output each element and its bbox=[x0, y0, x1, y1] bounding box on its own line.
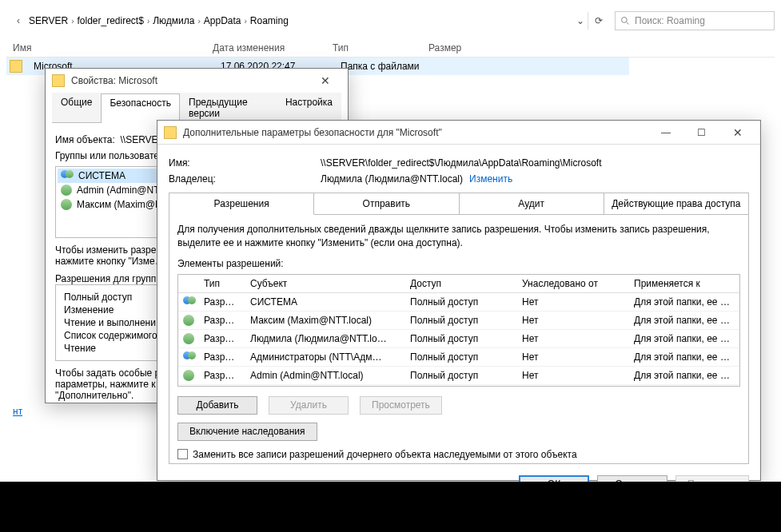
elements-label: Элементы разрешений: bbox=[177, 258, 740, 269]
advanced-tabs: Разрешения Отправить Аудит Действующие п… bbox=[169, 193, 749, 215]
breadcrumb-item[interactable]: Roaming bbox=[250, 15, 289, 26]
advanced-security-dialog: Дополнительные параметры безопасности дл… bbox=[157, 120, 761, 481]
cell: Полный доступ bbox=[405, 367, 517, 384]
table-row[interactable]: Разр…Администраторы (NTT\Адм…Полный дост… bbox=[178, 348, 739, 367]
breadcrumb-item[interactable]: AppData bbox=[204, 15, 241, 26]
cell: СИСТЕМА bbox=[245, 293, 405, 311]
cell: Нет bbox=[517, 293, 629, 311]
view-button[interactable]: Просмотреть bbox=[360, 396, 442, 415]
minimize-icon[interactable]: — bbox=[651, 127, 680, 138]
close-icon[interactable]: ✕ bbox=[309, 74, 341, 87]
replace-checkbox-row[interactable]: Заменить все записи разрешений дочернего… bbox=[177, 449, 740, 460]
cell: Людмила (Людмила@NTT.lo… bbox=[245, 330, 405, 347]
object-name-label: Имя объекта: bbox=[55, 134, 115, 145]
col-date[interactable]: Дата изменения bbox=[206, 40, 326, 57]
refresh-icon[interactable]: ⟳ bbox=[588, 12, 608, 30]
search-placeholder: Поиск: Roaming bbox=[635, 15, 705, 26]
tab-permissions[interactable]: Разрешения bbox=[169, 193, 314, 215]
col-subject[interactable]: Субъект bbox=[245, 275, 405, 292]
table-row[interactable]: Разр…СИСТЕМАПолный доступНетДля этой пап… bbox=[178, 293, 739, 312]
col-name[interactable]: Имя bbox=[6, 40, 206, 57]
col-type[interactable]: Тип bbox=[199, 275, 245, 292]
cell: Для этой папки, ее подпапок … bbox=[629, 293, 739, 311]
group-icon bbox=[178, 293, 199, 311]
tab-effective-access[interactable]: Действующие права доступа bbox=[604, 193, 748, 215]
col-inherited[interactable]: Унаследовано от bbox=[517, 275, 629, 292]
advanced-titlebar[interactable]: Дополнительные параметры безопасности дл… bbox=[157, 121, 760, 145]
properties-title: Свойства: Microsoft bbox=[71, 75, 303, 86]
remove-button[interactable]: Удалить bbox=[269, 396, 349, 415]
group-icon bbox=[178, 348, 199, 366]
cell: Полный доступ bbox=[405, 293, 517, 311]
breadcrumb-item[interactable]: Людмила bbox=[153, 15, 194, 26]
add-button[interactable]: Добавить bbox=[177, 396, 257, 415]
cell: Нет bbox=[517, 312, 629, 329]
tab-audit[interactable]: Аудит bbox=[460, 193, 604, 215]
cell: Разр… bbox=[199, 367, 245, 384]
cell: Администраторы (NTT\Адм… bbox=[245, 348, 405, 366]
breadcrumb[interactable]: ‹ SERVER› folder_redirect$› Людмила› App… bbox=[6, 15, 573, 26]
user-icon bbox=[178, 367, 199, 384]
user-icon bbox=[61, 199, 72, 210]
col-applies[interactable]: Применяется к bbox=[629, 275, 739, 292]
replace-checkbox-label: Заменить все записи разрешений дочернего… bbox=[193, 449, 577, 460]
cell: Максим (Maxim@NTT.local) bbox=[245, 312, 405, 329]
checkbox-icon[interactable] bbox=[177, 449, 188, 459]
col-type[interactable]: Тип bbox=[326, 40, 422, 57]
cell: Разр… bbox=[199, 312, 245, 329]
enable-inheritance-button[interactable]: Включение наследования bbox=[177, 423, 317, 441]
breadcrumb-item[interactable]: SERVER bbox=[29, 15, 68, 26]
user-icon bbox=[61, 185, 72, 196]
change-owner-link[interactable]: Изменить bbox=[469, 173, 512, 185]
properties-tabs: Общие Безопасность Предыдущие версии Нас… bbox=[52, 93, 341, 123]
name-label: Имя: bbox=[169, 157, 321, 169]
tab-share[interactable]: Отправить bbox=[314, 193, 459, 215]
tab-security[interactable]: Безопасность bbox=[101, 93, 180, 123]
cell: Для этой папки, ее подпапок … bbox=[629, 312, 739, 329]
cell: Для этой папки, ее подпапок … bbox=[629, 348, 739, 366]
properties-titlebar[interactable]: Свойства: Microsoft ✕ bbox=[46, 69, 348, 93]
cell: Admin (Admin@NTT.local) bbox=[245, 367, 405, 384]
cell: Разр… bbox=[199, 330, 245, 347]
breadcrumb-item[interactable]: folder_redirect$ bbox=[77, 15, 143, 26]
file-type: Папка с файлами bbox=[334, 61, 430, 72]
name-value: \\SERVER\folder_redirect$\Людмила\AppDat… bbox=[321, 157, 602, 169]
owner-value: Людмила (Людмила@NTT.local) bbox=[321, 173, 463, 185]
tab-customize[interactable]: Настройка bbox=[277, 93, 341, 122]
nav-back-icon[interactable]: ‹ bbox=[11, 15, 26, 26]
search-icon bbox=[620, 16, 630, 26]
cell: Полный доступ bbox=[405, 312, 517, 329]
maximize-icon[interactable]: ☐ bbox=[687, 127, 715, 138]
table-row[interactable]: Разр…Admin (Admin@NTT.local)Полный досту… bbox=[178, 367, 739, 385]
advanced-title: Дополнительные параметры безопасности дл… bbox=[183, 127, 645, 138]
cell: Полный доступ bbox=[405, 330, 517, 347]
truncated-link[interactable]: нт bbox=[13, 406, 22, 417]
svg-line-1 bbox=[627, 22, 629, 25]
cell: Для этой папки, ее подпапок … bbox=[629, 367, 739, 384]
user-icon bbox=[178, 330, 199, 347]
tab-general[interactable]: Общие bbox=[52, 93, 101, 122]
close-icon[interactable]: ✕ bbox=[722, 126, 754, 139]
taskbar-area bbox=[0, 482, 781, 532]
search-input[interactable]: Поиск: Roaming bbox=[615, 11, 775, 30]
folder-icon bbox=[164, 126, 177, 139]
cell: Нет bbox=[517, 348, 629, 366]
cell: Нет bbox=[517, 330, 629, 347]
table-row[interactable]: Разр…Людмила (Людмила@NTT.lo…Полный дост… bbox=[178, 330, 739, 348]
col-access[interactable]: Доступ bbox=[405, 275, 517, 292]
svg-point-0 bbox=[622, 18, 628, 23]
folder-icon bbox=[10, 60, 22, 73]
breadcrumb-dropdown-icon[interactable]: ⌄ bbox=[573, 15, 588, 26]
file-list-header: Имя Дата изменения Тип Размер bbox=[6, 40, 775, 58]
col-size[interactable]: Размер bbox=[422, 40, 486, 57]
cell: Разр… bbox=[199, 348, 245, 366]
table-header: Тип Субъект Доступ Унаследовано от Приме… bbox=[178, 275, 739, 293]
permissions-table[interactable]: Тип Субъект Доступ Унаследовано от Приме… bbox=[177, 274, 740, 387]
permissions-pane: Для получения дополнительных сведений дв… bbox=[169, 215, 749, 464]
cell: Разр… bbox=[199, 293, 245, 311]
cell: Полный доступ bbox=[405, 348, 517, 366]
table-row[interactable]: Разр…Максим (Maxim@NTT.local)Полный дост… bbox=[178, 312, 739, 330]
info-text: Для получения дополнительных сведений дв… bbox=[177, 223, 740, 250]
tab-previous-versions[interactable]: Предыдущие версии bbox=[180, 93, 277, 122]
cell: Нет bbox=[517, 367, 629, 384]
